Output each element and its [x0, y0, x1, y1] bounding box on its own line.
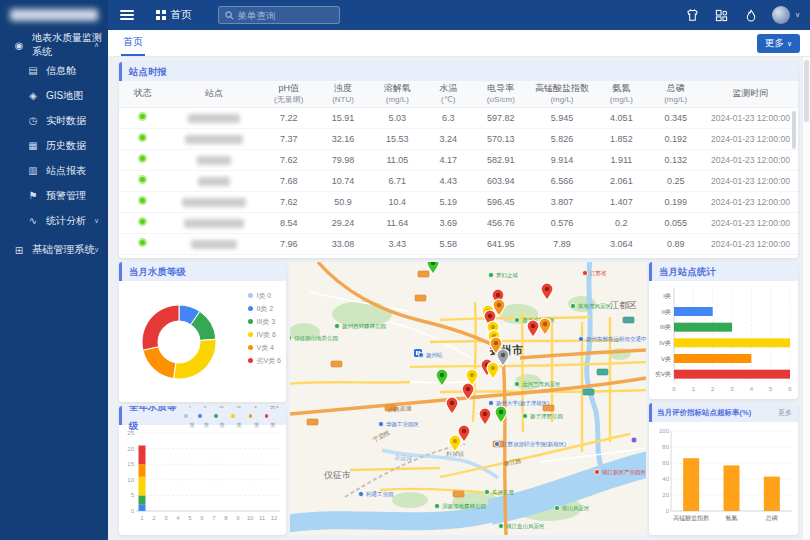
- panel-title: 当月水质等级: [119, 262, 286, 281]
- donut-slice-劣V类[interactable]: [142, 305, 179, 350]
- chevron-down-icon[interactable]: ∨: [795, 11, 800, 19]
- exceed-bar-高锰酸盐指数[interactable]: [683, 458, 699, 511]
- map-label: 扬州东部客运枢纽交通中心: [578, 335, 646, 343]
- map-label: 仪征捺山地质公园: [290, 335, 338, 342]
- table-row[interactable]: 7.3732.1615.533.24570.135.8261.8520.1922…: [119, 128, 798, 149]
- hbar-劣V类[interactable]: [674, 370, 790, 379]
- sidebar-item-2[interactable]: ◷实时数据: [0, 108, 108, 133]
- table-row[interactable]: 7.6250.910.45.19596.453.8071.4070.199202…: [119, 191, 798, 212]
- sidebar-item-4[interactable]: ▥站点报表: [0, 158, 108, 183]
- svg-text:6: 6: [788, 386, 792, 392]
- status-dot-green: [138, 133, 147, 142]
- gis-map[interactable]: 扬州市仪征市江都区朴席镇沪陕高速春江路宁启线古运河扬州西郊森林公园仪征捺山地质公…: [290, 262, 646, 535]
- chevron-down-icon: ∨: [94, 217, 99, 225]
- hbar-V类[interactable]: [674, 354, 751, 363]
- svg-text:3: 3: [164, 515, 168, 521]
- table-row[interactable]: 7.2215.915.036.3597.825.9454.0510.345202…: [119, 107, 798, 128]
- tab-home[interactable]: 首页: [121, 30, 145, 56]
- legend-item[interactable]: I类 0: [248, 289, 281, 302]
- svg-text:40: 40: [662, 476, 669, 482]
- monitor-time: 2024-01-23 12:00:00: [703, 128, 798, 149]
- donut-slice-V类[interactable]: [143, 347, 176, 379]
- hbar-II类[interactable]: [674, 307, 713, 316]
- menu-item-icon: ◈: [26, 90, 40, 101]
- status-dot-green: [138, 196, 147, 205]
- column-header: 高锰酸盐指数(mg/L): [530, 81, 595, 107]
- sidebar-group-base-mgmt[interactable]: ⊞ 基础管理系统 ∨: [0, 237, 108, 263]
- table-scrollbar[interactable]: [792, 111, 796, 149]
- menu-item-icon: ⚑: [26, 190, 40, 201]
- sidebar-item-5[interactable]: ⚑预警管理: [0, 183, 108, 208]
- svg-text:江都区: 江都区: [610, 300, 637, 310]
- hbar-IV类[interactable]: [674, 338, 790, 347]
- more-link[interactable]: 更多: [778, 403, 792, 422]
- svg-text:10: 10: [127, 477, 134, 483]
- menu-item-icon: ∿: [26, 215, 40, 226]
- legend-item[interactable]: 劣V类 6: [248, 354, 281, 367]
- svg-text:100: 100: [659, 428, 670, 434]
- panel-title: 站点时报: [119, 62, 798, 81]
- nav-home[interactable]: 首页: [156, 8, 192, 22]
- stack-segment-II类[interactable]: [139, 505, 146, 511]
- legend-item[interactable]: IV类 6: [248, 328, 281, 341]
- sidebar-item-3[interactable]: ▦历史数据: [0, 133, 108, 158]
- sidebar-group-surface-water[interactable]: ◉ 地表水质量监测系统 ∧: [0, 32, 108, 58]
- table-row[interactable]: 7.6810.746.714.43603.946.5662.0610.25202…: [119, 170, 798, 191]
- user-avatar[interactable]: [772, 6, 790, 24]
- exceed-bar-总磷[interactable]: [764, 477, 780, 511]
- table-row[interactable]: 7.6279.9811.054.17582.919.9141.9110.1322…: [119, 149, 798, 170]
- table-row[interactable]: 8.5429.2411.643.69456.760.5760.20.055202…: [119, 212, 798, 233]
- stack-segment-V类[interactable]: [139, 464, 146, 476]
- month-site-bar-chart: 0123456I类II类III类IV类V类劣V类: [649, 282, 798, 399]
- svg-text:劣V类: 劣V类: [655, 371, 671, 378]
- page-scrollbar[interactable]: [802, 30, 810, 540]
- sidebar-item-1[interactable]: ◈GIS地图: [0, 83, 108, 108]
- sidebar-item-6[interactable]: ∿统计分析∨: [0, 208, 108, 233]
- sidebar-item-0[interactable]: ▤信息舱: [0, 58, 108, 83]
- svg-text:梦幻之城: 梦幻之城: [496, 272, 519, 279]
- status-dot-green: [138, 112, 147, 121]
- legend-item[interactable]: II类 2: [248, 302, 281, 315]
- table-row[interactable]: 7.9633.083.435.58641.957.893.0640.892024…: [119, 233, 798, 254]
- donut-slice-IV类[interactable]: [173, 339, 216, 379]
- column-header: pH值(无量纲): [262, 81, 316, 107]
- sidebar-group-label: 基础管理系统: [32, 243, 95, 257]
- stack-segment-劣V类[interactable]: [139, 445, 146, 464]
- svg-text:焦山风景区: 焦山风景区: [562, 505, 590, 511]
- sidebar-menu: ◉ 地表水质量监测系统 ∧ ▤信息舱◈GIS地图◷实时数据▦历史数据▥站点报表⚑…: [0, 32, 108, 263]
- map-label: 运河三湾风景区: [514, 381, 561, 388]
- hamburger-menu-icon[interactable]: [120, 10, 134, 20]
- column-header: 电导率(uS/cm): [472, 81, 530, 107]
- column-header: 监测时间: [703, 81, 798, 107]
- svg-text:8: 8: [224, 515, 228, 521]
- legend-item[interactable]: III类 3: [248, 315, 281, 328]
- more-dropdown-button[interactable]: 更多∨: [757, 34, 800, 53]
- map-label: 镇江金山风景区: [498, 523, 545, 530]
- theme-skin-icon[interactable]: [685, 7, 701, 23]
- nav-home-label: 首页: [171, 8, 192, 22]
- svg-text:4: 4: [176, 515, 180, 521]
- layout-screen-icon[interactable]: [714, 7, 730, 23]
- svg-text:扬州站: 扬州站: [426, 352, 443, 359]
- monitor-time: 2024-01-23 12:00:00: [703, 107, 798, 128]
- legend-item[interactable]: V类 4: [248, 341, 281, 354]
- svg-text:IV类: IV类: [659, 340, 671, 346]
- svg-text:华扬工业园区: 华扬工业园区: [386, 421, 420, 428]
- station-name-redacted: [191, 240, 237, 249]
- stack-segment-III类[interactable]: [139, 495, 146, 504]
- svg-text:1: 1: [692, 386, 696, 392]
- svg-text:7: 7: [212, 515, 216, 521]
- svg-text:扬州西郊森林公园: 扬州西郊森林公园: [342, 323, 386, 330]
- menu-search[interactable]: [218, 6, 340, 24]
- exceed-bar-氨氮[interactable]: [724, 465, 740, 511]
- flame-icon[interactable]: [743, 7, 759, 23]
- search-input[interactable]: [238, 10, 333, 21]
- svg-text:2: 2: [152, 515, 156, 521]
- panel-title: 当月站点统计: [649, 262, 798, 281]
- status-dot-green: [138, 175, 147, 184]
- hbar-III类[interactable]: [674, 323, 732, 332]
- station-name-redacted: [182, 198, 246, 207]
- svg-text:9: 9: [236, 515, 240, 521]
- svg-text:I类: I类: [663, 293, 671, 299]
- stack-segment-IV类[interactable]: [139, 477, 146, 496]
